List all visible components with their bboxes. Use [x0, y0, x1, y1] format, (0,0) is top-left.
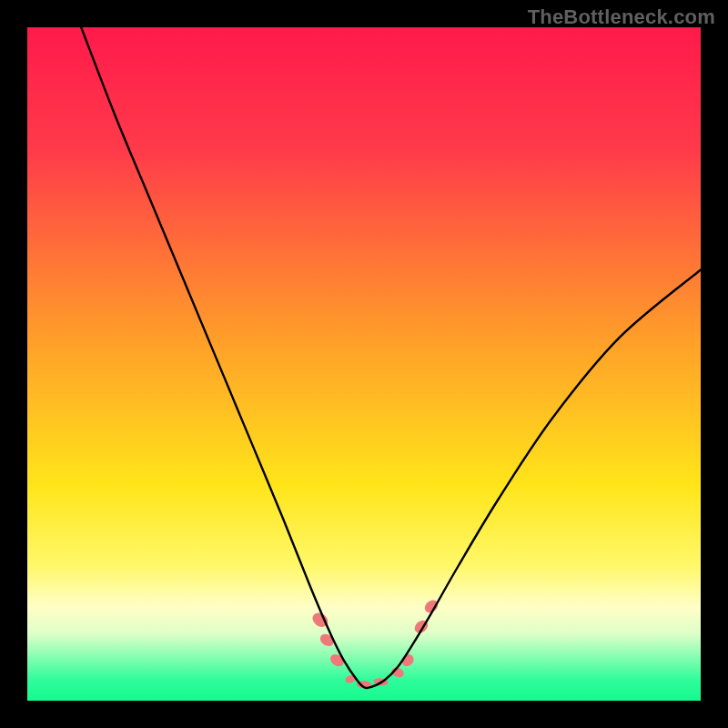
chart-frame: TheBottleneck.com: [0, 0, 728, 728]
chart-background: [27, 27, 701, 701]
bottleneck-chart: [27, 27, 701, 701]
watermark-label: TheBottleneck.com: [528, 5, 715, 29]
